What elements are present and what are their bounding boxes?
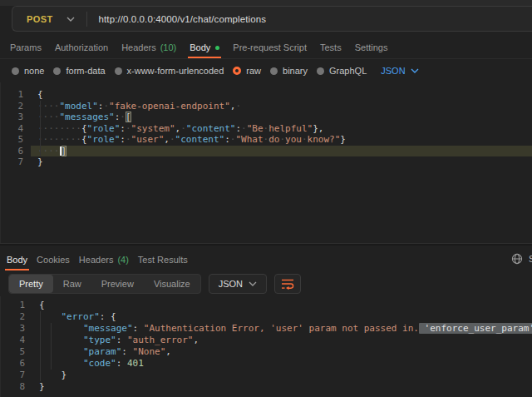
code-token: "fake-openai-endpoint"	[109, 101, 230, 112]
code-text: "error": {	[32, 311, 532, 323]
code-token: ·	[180, 123, 186, 134]
code-token: ·	[241, 123, 247, 134]
tab-headers[interactable]: Headers(10)	[121, 33, 176, 58]
code-line[interactable]: 6 "code": 401	[1, 358, 532, 370]
code-token: do	[268, 134, 279, 145]
code-line[interactable]: 5········{"role":·"user",·"content":·"Wh…	[1, 134, 532, 146]
wrap-text-button[interactable]	[274, 274, 301, 294]
code-text: "param": "None",	[32, 346, 532, 358]
code-line[interactable]: 7}	[1, 156, 532, 168]
code-token: ]	[62, 146, 67, 156]
line-number: 3	[1, 323, 32, 335]
window-top-strip	[0, 0, 532, 6]
code-token: }	[37, 156, 43, 167]
code-line[interactable]: 4 "type": "auth_error",	[1, 335, 532, 346]
view-preview[interactable]: Preview	[91, 275, 144, 293]
code-line[interactable]: 1{	[1, 89, 532, 101]
code-token: "messages"	[60, 112, 115, 122]
code-line[interactable]: 3 "message": "Authentication Error, 'use…	[1, 323, 532, 335]
code-token	[138, 323, 144, 334]
request-url-row: POST http://0.0.0.0:4000/v1/chat/complet…	[0, 6, 532, 33]
code-token: "error"	[62, 311, 100, 322]
code-token	[121, 335, 127, 345]
method-selector[interactable]: POST	[12, 7, 86, 31]
radio-icon-selected	[233, 67, 241, 75]
raw-language-select[interactable]: JSON	[381, 66, 418, 76]
code-text: "type": "auth_error",	[32, 335, 532, 346]
tab-tests[interactable]: Tests	[320, 33, 342, 58]
chevron-down-icon	[249, 281, 257, 286]
code-token: :	[120, 123, 126, 134]
line-number: 2	[1, 311, 32, 323]
code-line[interactable]: 6····]	[1, 146, 532, 157]
code-line[interactable]: 7 }	[1, 370, 532, 381]
code-line[interactable]: 1{	[1, 300, 532, 311]
line-number: 6	[1, 146, 31, 157]
radio-icon	[270, 67, 278, 75]
code-text: ········{"role":·"system",·"content":·"B…	[31, 123, 532, 135]
response-language-select[interactable]: JSON	[209, 274, 267, 294]
view-visualize[interactable]: Visualize	[144, 275, 200, 293]
indent-guide	[40, 311, 41, 381]
chevron-down-icon	[66, 17, 75, 22]
code-text: }	[31, 156, 532, 168]
code-token	[39, 335, 83, 345]
tab-params[interactable]: Params	[10, 33, 42, 58]
radio-icon	[317, 67, 324, 75]
body-mode-none[interactable]: none	[12, 66, 44, 76]
line-number: 2	[1, 101, 31, 112]
code-token: "role"	[87, 134, 121, 145]
code-token: know?"	[308, 134, 341, 145]
code-token: ·	[302, 134, 308, 145]
code-line[interactable]: 2····"model":·"fake-openai-endpoint",·	[1, 101, 532, 112]
tab-settings[interactable]: Settings	[355, 33, 388, 58]
code-token: :	[120, 134, 126, 145]
tab-pre-request-script[interactable]: Pre-request Script	[233, 33, 307, 58]
code-token: "content"	[175, 134, 225, 145]
body-mode-raw[interactable]: raw	[233, 66, 261, 76]
tab-authorization[interactable]: Authorization	[55, 33, 108, 58]
code-text: }	[32, 381, 532, 393]
body-mode-form-data[interactable]: form-data	[53, 66, 105, 76]
code-token: ········	[37, 134, 81, 145]
body-mode-x-www-form-urlencoded[interactable]: x-www-form-urlencoded	[115, 66, 224, 76]
code-text: ····"messages":·[	[31, 112, 532, 123]
code-token: {	[81, 123, 87, 134]
code-token: }	[340, 134, 346, 145]
code-token: "code"	[83, 358, 116, 369]
method-label: POST	[27, 14, 53, 24]
code-token	[39, 311, 62, 322]
view-pretty[interactable]: Pretty	[9, 275, 53, 293]
request-body-editor[interactable]: 1{2····"model":·"fake-openai-endpoint",·…	[0, 82, 532, 243]
view-raw[interactable]: Raw	[53, 275, 91, 293]
response-body-editor[interactable]: 1{2 "error": {3 "message": "Authenticati…	[0, 296, 532, 397]
response-tab-headers[interactable]: Headers(4)	[79, 246, 129, 270]
code-token	[39, 370, 62, 380]
response-view-switcher: Pretty Raw Preview Visualize	[8, 274, 201, 294]
tab-body[interactable]: Body	[190, 33, 219, 58]
code-token: {	[81, 134, 87, 145]
response-tab-cookies[interactable]: Cookies	[37, 246, 70, 270]
url-input[interactable]: http://0.0.0.0:4000/v1/chat/completions	[87, 14, 266, 24]
code-text: ····]	[31, 146, 532, 157]
code-line[interactable]: 2 "error": {	[1, 311, 532, 323]
globe-icon[interactable]	[511, 253, 523, 265]
code-token: ,	[164, 134, 170, 145]
response-tab-body[interactable]: Body	[7, 246, 27, 270]
code-text: {	[32, 300, 532, 311]
code-token: 'enforce_user_param'=True"	[419, 323, 532, 334]
body-mode-graphql[interactable]: GraphQL	[317, 66, 367, 76]
code-line[interactable]: 4········{"role":·"system",·"content":·"…	[1, 123, 532, 135]
response-toolbar: Pretty Raw Preview Visualize JSON	[0, 270, 532, 296]
response-tabs: Body Cookies Headers(4) Test Results S	[0, 246, 532, 270]
request-tabs: Params Authorization Headers(10) Body Pr…	[0, 33, 532, 59]
code-line[interactable]: 5 "param": "None",	[1, 346, 532, 358]
body-mode-binary[interactable]: binary	[270, 66, 308, 76]
code-line[interactable]: 3····"messages":·[	[1, 112, 532, 123]
line-number: 7	[1, 156, 31, 168]
radio-icon	[12, 67, 19, 75]
code-text: "code": 401	[32, 358, 532, 370]
code-line[interactable]: 8}	[1, 381, 532, 393]
code-token: }	[62, 370, 67, 380]
response-tab-test-results[interactable]: Test Results	[138, 246, 188, 270]
